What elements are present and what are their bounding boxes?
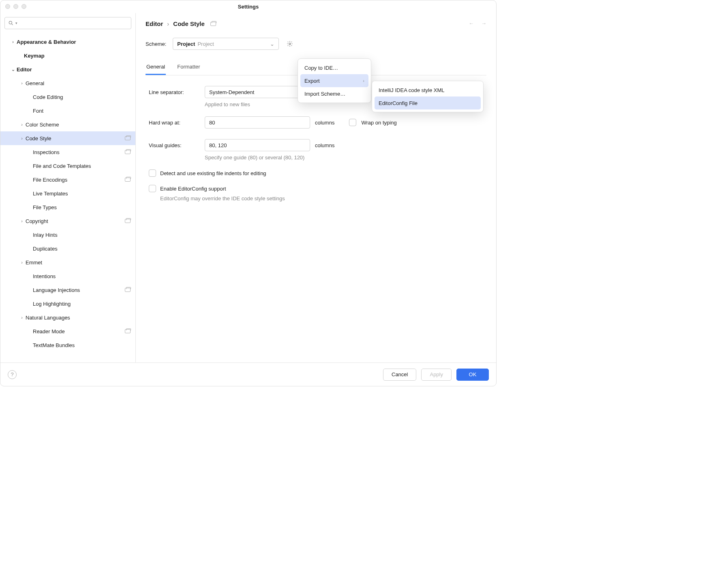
chevron-icon: › <box>18 315 26 320</box>
tree-item-label: Emmet <box>26 259 131 266</box>
tree-item[interactable]: ›Color Scheme <box>0 118 135 131</box>
tree-item-label: Reader Mode <box>33 328 125 334</box>
tree-item[interactable]: Code Editing <box>0 90 135 104</box>
columns-label-2: columns <box>315 142 334 148</box>
export-submenu: IntelliJ IDEA code style XML EditorConfi… <box>372 81 484 112</box>
scheme-label: Scheme: <box>146 41 166 47</box>
tree-item[interactable]: Inspections <box>0 145 135 159</box>
svg-point-2 <box>289 43 291 45</box>
chevron-icon: › <box>18 81 26 86</box>
project-scope-icon <box>125 178 131 182</box>
chevron-icon: › <box>18 122 26 127</box>
tree-item[interactable]: Live Templates <box>0 187 135 200</box>
tree-item-label: Duplicates <box>33 246 131 252</box>
tree-item[interactable]: ›Emmet <box>0 255 135 269</box>
line-separator-select[interactable]: System-Dependent <box>205 86 310 98</box>
scheme-menu: Copy to IDE… Export › Import Scheme… <box>298 58 371 103</box>
ok-button[interactable]: OK <box>456 369 489 381</box>
tree-item[interactable]: Intentions <box>0 269 135 283</box>
tree-item[interactable]: Font <box>0 104 135 118</box>
tree-item[interactable]: TextMate Bundles <box>0 338 135 352</box>
tree-item[interactable]: File Encodings <box>0 173 135 187</box>
window-title: Settings <box>0 4 496 10</box>
popout-icon <box>210 22 216 26</box>
tree-item-label: Editor <box>17 66 131 73</box>
project-scope-icon <box>125 329 131 333</box>
chevron-icon: › <box>18 260 26 265</box>
tree-item[interactable]: Log Highlighting <box>0 297 135 311</box>
breadcrumb-editor[interactable]: Editor <box>146 20 163 27</box>
chevron-icon: › <box>9 39 17 44</box>
tree-item[interactable]: Language Injections <box>0 283 135 297</box>
menu-export[interactable]: Export › <box>300 74 368 87</box>
breadcrumb: Editor › Code Style <box>146 20 486 27</box>
hard-wrap-input[interactable]: 80 <box>205 116 310 129</box>
settings-window: Settings ▾ ›Appearance & BehaviorKeymap⌄… <box>0 0 497 386</box>
tree-item[interactable]: File Types <box>0 200 135 214</box>
menu-export-editorconfig[interactable]: EditorConfig File <box>375 96 481 109</box>
tree-item[interactable]: ›Natural Languages <box>0 311 135 324</box>
tree-item[interactable]: ›General <box>0 76 135 90</box>
search-input[interactable]: ▾ <box>4 17 131 29</box>
detect-indents-checkbox[interactable] <box>149 169 156 177</box>
tree-item[interactable]: ›Appearance & Behavior <box>0 35 135 49</box>
breadcrumb-code-style: Code Style <box>173 20 205 27</box>
tree-item-label: General <box>26 80 131 86</box>
visual-guides-label: Visual guides: <box>149 142 200 148</box>
sidebar: ▾ ›Appearance & BehaviorKeymap⌄Editor›Ge… <box>0 13 136 362</box>
menu-export-xml[interactable]: IntelliJ IDEA code style XML <box>375 84 481 96</box>
chevron-icon: ⌄ <box>9 67 17 72</box>
tree-item[interactable]: Inlay Hints <box>0 228 135 242</box>
tree-item[interactable]: Duplicates <box>0 242 135 255</box>
tree-item-label: Keymap <box>24 53 131 59</box>
tree-item-label: Color Scheme <box>26 122 131 128</box>
tree-item-label: TextMate Bundles <box>33 342 131 348</box>
tree-item-label: Live Templates <box>33 191 131 197</box>
tree-item-label: Font <box>33 108 131 114</box>
apply-button[interactable]: Apply <box>421 369 452 381</box>
tree-item-label: Natural Languages <box>26 315 131 321</box>
scheme-actions-button[interactable] <box>285 39 294 48</box>
tree-item[interactable]: ›Copyright <box>0 214 135 228</box>
wrap-on-typing-checkbox[interactable] <box>349 119 356 126</box>
visual-guides-hint: Specify one guide (80) or several (80, 1… <box>205 154 483 161</box>
enable-editorconfig-checkbox[interactable] <box>149 185 156 192</box>
columns-label: columns <box>315 120 334 126</box>
chevron-icon: › <box>18 219 26 223</box>
settings-tree[interactable]: ›Appearance & BehaviorKeymap⌄Editor›Gene… <box>0 33 135 362</box>
tree-item[interactable]: Keymap <box>0 49 135 62</box>
tree-item-label: Log Highlighting <box>33 301 131 307</box>
visual-guides-input[interactable]: 80, 120 <box>205 139 310 151</box>
tree-item-label: Inspections <box>33 149 125 155</box>
tree-item[interactable]: ›Code Style <box>0 131 135 145</box>
tree-item[interactable]: ⌄Editor <box>0 62 135 76</box>
tree-item[interactable]: Reader Mode <box>0 324 135 338</box>
tab-formatter[interactable]: Formatter <box>176 61 201 75</box>
editorconfig-hint: EditorConfig may override the IDE code s… <box>160 195 483 202</box>
help-button[interactable]: ? <box>8 370 17 379</box>
tree-item-label: Inlay Hints <box>33 232 131 238</box>
tree-item-label: File and Code Templates <box>33 163 131 169</box>
tree-item-label: Code Style <box>26 135 125 142</box>
tree-item-label: Intentions <box>33 273 131 279</box>
dialog-footer: ? Cancel Apply OK <box>0 362 496 386</box>
project-scope-icon <box>125 288 131 292</box>
tree-item-label: Appearance & Behavior <box>17 39 131 45</box>
nav-forward-icon[interactable]: → <box>481 20 486 26</box>
hard-wrap-label: Hard wrap at: <box>149 120 200 126</box>
detect-indents-label: Detect and use existing file indents for… <box>160 170 266 176</box>
chevron-right-icon: › <box>363 78 364 83</box>
tab-general[interactable]: General <box>146 61 166 75</box>
search-icon <box>8 20 14 26</box>
chevron-down-icon: ⌄ <box>270 41 274 47</box>
enable-editorconfig-label: Enable EditorConfig support <box>160 186 226 192</box>
scheme-select[interactable]: Project Project ⌄ <box>173 38 279 50</box>
cancel-button[interactable]: Cancel <box>383 369 416 381</box>
tree-item-label: File Types <box>33 204 131 210</box>
menu-copy-to-ide[interactable]: Copy to IDE… <box>300 61 368 74</box>
tree-item[interactable]: File and Code Templates <box>0 159 135 173</box>
svg-point-0 <box>9 21 12 24</box>
menu-import-scheme[interactable]: Import Scheme… <box>300 87 368 100</box>
nav-back-icon[interactable]: ← <box>469 20 474 26</box>
project-scope-icon <box>125 136 131 140</box>
